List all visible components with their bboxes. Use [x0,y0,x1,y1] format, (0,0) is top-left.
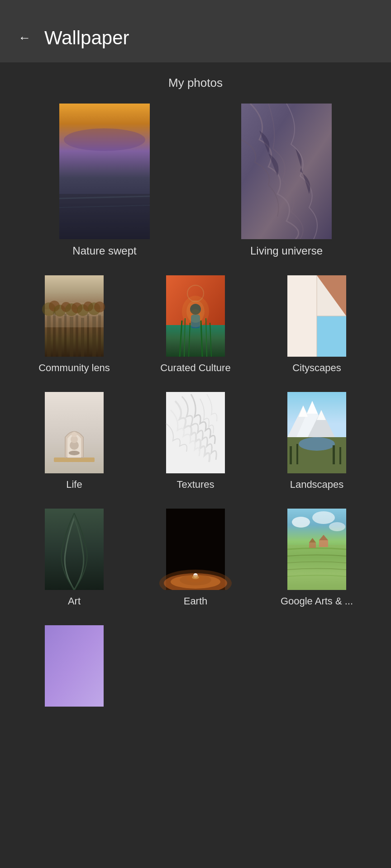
wallpaper-label-curated-culture: Curated Culture [160,362,230,374]
small-wallpaper-grid-row3: Art Earth [0,504,391,612]
svg-rect-68 [339,447,341,464]
svg-rect-87 [45,625,104,707]
wallpaper-thumb-textures [139,392,252,473]
small-wallpaper-grid-row1: Community lens [0,271,391,378]
svg-point-54 [72,432,77,437]
wallpaper-label-textures: Textures [176,479,214,491]
wallpaper-item-life[interactable]: Life [18,392,130,491]
wallpaper-label-art: Art [68,595,81,607]
wallpaper-label-community-lens: Community lens [38,362,110,374]
wallpaper-thumb-life [18,392,130,473]
small-wallpaper-grid-row2: Life Textures [0,387,391,495]
wallpaper-item-cityscapes[interactable]: Cityscapes [261,275,373,374]
wallpaper-label-nature-swept: Nature swept [72,245,136,257]
svg-point-77 [180,575,211,585]
wallpaper-item-living-universe[interactable]: Living universe [200,104,373,257]
wallpaper-item-nature-swept[interactable]: Nature swept [18,104,191,257]
svg-point-1 [64,128,145,151]
bottom-partial-grid [0,621,391,725]
svg-marker-45 [317,316,346,357]
page-title: Wallpaper [44,27,129,49]
wallpaper-item-earth[interactable]: Earth [139,509,252,607]
svg-rect-82 [309,542,316,548]
svg-rect-65 [290,446,292,464]
svg-rect-2 [59,194,150,239]
svg-rect-69 [45,509,104,590]
large-wallpaper-grid: Nature swept [0,99,391,271]
svg-rect-30 [166,325,225,357]
wallpaper-item-curated-culture[interactable]: Curated Culture [139,275,252,374]
svg-rect-50 [54,458,95,462]
wallpaper-thumb-purple [18,625,130,707]
svg-point-86 [329,522,345,531]
wallpaper-label-life: Life [66,479,82,491]
wallpaper-thumb-community-lens [18,275,130,357]
wallpaper-thumb-art [18,509,130,590]
wallpaper-thumb-landscapes [261,392,373,473]
svg-point-84 [292,517,310,528]
wallpaper-item-google-arts[interactable]: Google Arts & ... [261,509,373,607]
svg-rect-80 [319,540,328,547]
wallpaper-label-cityscapes: Cityscapes [292,362,341,374]
wallpaper-item-landscapes[interactable]: Landscapes [261,392,373,491]
svg-rect-67 [333,445,335,464]
svg-point-42 [189,309,202,327]
section-label-my-photos: My photos [0,62,391,99]
wallpaper-item-art[interactable]: Art [18,509,130,607]
wallpaper-thumb-earth [139,509,252,590]
wallpaper-thumb-curated-culture [139,275,252,357]
svg-point-85 [312,511,335,524]
app-header: ← Wallpaper [0,0,391,62]
wallpaper-label-google-arts: Google Arts & ... [281,595,353,607]
svg-point-28 [94,302,105,312]
svg-rect-5 [241,104,332,239]
wallpaper-label-landscapes: Landscapes [290,479,344,491]
wallpaper-thumb-cityscapes [261,275,373,357]
svg-point-64 [299,437,335,451]
wallpaper-item-textures[interactable]: Textures [139,392,252,491]
wallpaper-thumb-google-arts [261,509,373,590]
svg-marker-46 [287,275,317,357]
wallpaper-label-living-universe: Living universe [250,245,323,257]
back-button[interactable]: ← [18,31,31,45]
wallpaper-thumb-living-universe [200,104,373,239]
wallpaper-item-community-lens[interactable]: Community lens [18,275,130,374]
svg-rect-66 [296,444,298,464]
wallpaper-label-earth: Earth [184,595,208,607]
wallpaper-item-purple[interactable] [18,625,130,707]
wallpaper-thumb-nature-swept [18,104,191,239]
svg-rect-79 [287,545,346,590]
svg-point-51 [69,451,80,455]
